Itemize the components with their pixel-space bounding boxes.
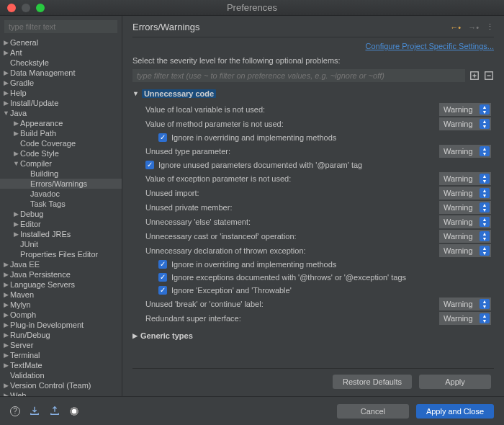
checkbox-label: Ignore unused parameters documented with… bbox=[158, 161, 362, 169]
settings-filter-input[interactable] bbox=[132, 69, 465, 82]
content-area: Errors/Warnings ←• →• ⋮ Configure Projec… bbox=[122, 16, 504, 396]
sidebar-item-java-persistence[interactable]: ▶Java Persistence bbox=[0, 269, 122, 279]
sidebar-item-label: Version Control (Team) bbox=[9, 381, 91, 390]
help-icon[interactable]: ? bbox=[10, 406, 20, 416]
sidebar-item-label: Installed JREs bbox=[19, 230, 71, 238]
severity-select[interactable]: Warning▲▼ bbox=[439, 103, 491, 116]
export-icon[interactable] bbox=[49, 406, 60, 417]
severity-select[interactable]: Warning▲▼ bbox=[439, 215, 491, 228]
configure-project-link[interactable]: Configure Project Specific Settings... bbox=[132, 37, 494, 53]
sidebar-item-label: Editor bbox=[19, 220, 41, 228]
chevron-right-icon: ▶ bbox=[3, 311, 9, 318]
chevron-right-icon: ▶ bbox=[3, 39, 9, 46]
severity-select[interactable]: Warning▲▼ bbox=[439, 298, 491, 310]
sidebar-item-editor[interactable]: ▶Editor bbox=[0, 219, 122, 229]
sidebar-item-plug-in-development[interactable]: ▶Plug-in Development bbox=[0, 320, 122, 330]
intro-text: Select the severity level for the follow… bbox=[132, 53, 494, 69]
severity-select[interactable]: Warning▲▼ bbox=[439, 230, 491, 243]
checkbox[interactable]: ✓ bbox=[158, 133, 167, 142]
sidebar-item-data-management[interactable]: ▶Data Management bbox=[0, 68, 122, 78]
chevron-right-icon: ▶ bbox=[3, 321, 9, 328]
sidebar-item-label: Appearance bbox=[19, 119, 63, 128]
sidebar-item-code-coverage[interactable]: Code Coverage bbox=[0, 138, 122, 148]
checkbox[interactable]: ✓ bbox=[158, 273, 167, 282]
sidebar-item-terminal[interactable]: ▶Terminal bbox=[0, 350, 122, 360]
sidebar-item-run-debug[interactable]: ▶Run/Debug bbox=[0, 330, 122, 340]
severity-select[interactable]: Warning▲▼ bbox=[439, 172, 491, 185]
sidebar-item-debug[interactable]: ▶Debug bbox=[0, 209, 122, 219]
sidebar-item-maven[interactable]: ▶Maven bbox=[0, 290, 122, 300]
sidebar-filter-input[interactable] bbox=[4, 20, 117, 33]
sidebar-item-web[interactable]: ▶Web bbox=[0, 390, 122, 396]
sidebar-item-language-servers[interactable]: ▶Language Servers bbox=[0, 279, 122, 290]
sidebar-item-oomph[interactable]: ▶Oomph bbox=[0, 310, 122, 320]
sidebar-item-textmate[interactable]: ▶TextMate bbox=[0, 360, 122, 370]
chevron-right-icon: ▶ bbox=[13, 150, 19, 157]
sidebar-item-installed-jres[interactable]: ▶Installed JREs bbox=[0, 229, 122, 239]
checkbox-label: Ignore 'Exception' and 'Throwable' bbox=[171, 286, 292, 295]
sidebar-item-validation[interactable]: Validation bbox=[0, 370, 122, 380]
sidebar-item-errors-warnings[interactable]: Errors/Warnings bbox=[0, 179, 122, 189]
sidebar-item-ant[interactable]: ▶Ant bbox=[0, 48, 122, 58]
chevron-right-icon: ▶ bbox=[13, 220, 19, 228]
menu-icon[interactable]: ⋮ bbox=[486, 22, 494, 32]
sidebar-item-building[interactable]: Building bbox=[0, 169, 122, 179]
sidebar-item-label: Java bbox=[9, 109, 27, 117]
sidebar-item-gradle[interactable]: ▶Gradle bbox=[0, 78, 122, 88]
checkbox[interactable]: ✓ bbox=[158, 260, 167, 269]
sidebar-item-compiler[interactable]: ▼Compiler bbox=[0, 158, 122, 169]
severity-select[interactable]: Warning▲▼ bbox=[439, 201, 491, 214]
sidebar-item-java-ee[interactable]: ▶Java EE bbox=[0, 259, 122, 269]
checkbox-row: ✓Ignore in overriding and implementing m… bbox=[132, 258, 494, 271]
setting-row: Unnecessary 'else' statement:Warning▲▼ bbox=[132, 215, 494, 229]
apply-button[interactable]: Apply bbox=[419, 375, 491, 389]
forward-icon[interactable]: →• bbox=[468, 23, 479, 32]
oomph-icon[interactable] bbox=[69, 406, 79, 416]
sidebar-item-build-path[interactable]: ▶Build Path bbox=[0, 128, 122, 138]
sidebar-item-junit[interactable]: JUnit bbox=[0, 239, 122, 249]
expand-all-icon[interactable] bbox=[469, 71, 480, 81]
checkbox[interactable]: ✓ bbox=[145, 161, 154, 169]
import-icon[interactable] bbox=[29, 406, 40, 417]
collapse-all-icon[interactable] bbox=[484, 71, 494, 81]
sidebar-item-server[interactable]: ▶Server bbox=[0, 340, 122, 350]
sidebar-item-help[interactable]: ▶Help bbox=[0, 88, 122, 98]
sidebar-item-label: Code Coverage bbox=[19, 139, 76, 148]
minimize-button[interactable] bbox=[22, 4, 30, 12]
maximize-button[interactable] bbox=[36, 4, 45, 12]
cancel-button[interactable]: Cancel bbox=[337, 404, 409, 419]
stepper-icon: ▲▼ bbox=[480, 217, 490, 227]
sidebar-item-javadoc[interactable]: Javadoc bbox=[0, 189, 122, 199]
sidebar-item-version-control-team-[interactable]: ▶Version Control (Team) bbox=[0, 380, 122, 390]
sidebar-item-label: Run/Debug bbox=[9, 331, 50, 339]
section-unnecessary-code[interactable]: ▼ Unnecessary code bbox=[132, 88, 494, 102]
back-icon[interactable]: ←• bbox=[450, 23, 461, 32]
sidebar-item-task-tags[interactable]: Task Tags bbox=[0, 199, 122, 209]
sidebar-item-appearance[interactable]: ▶Appearance bbox=[0, 118, 122, 128]
severity-select[interactable]: Warning▲▼ bbox=[439, 145, 491, 158]
stepper-icon: ▲▼ bbox=[480, 231, 490, 241]
sidebar-item-general[interactable]: ▶General bbox=[0, 37, 122, 48]
severity-select[interactable]: Warning▲▼ bbox=[439, 312, 491, 325]
chevron-right-icon: ▶ bbox=[13, 231, 19, 238]
severity-select[interactable]: Warning▲▼ bbox=[439, 244, 491, 257]
sidebar-item-java[interactable]: ▼Java bbox=[0, 108, 122, 118]
close-button[interactable] bbox=[7, 4, 16, 12]
chevron-right-icon: ▶ bbox=[3, 352, 9, 359]
checkbox-row: ✓Ignore unused parameters documented wit… bbox=[132, 158, 494, 171]
sidebar-item-mylyn[interactable]: ▶Mylyn bbox=[0, 300, 122, 310]
sidebar-item-checkstyle[interactable]: Checkstyle bbox=[0, 58, 122, 68]
apply-and-close-button[interactable]: Apply and Close bbox=[416, 404, 494, 419]
chevron-down-icon: ▼ bbox=[3, 109, 9, 117]
severity-select[interactable]: Warning▲▼ bbox=[439, 117, 491, 130]
sidebar-item-label: Java EE bbox=[9, 260, 40, 269]
checkbox[interactable]: ✓ bbox=[158, 286, 167, 295]
severity-select[interactable]: Warning▲▼ bbox=[439, 187, 491, 200]
setting-row: Redundant super interface:Warning▲▼ bbox=[132, 311, 494, 326]
sidebar-item-label: Language Servers bbox=[9, 280, 75, 289]
sidebar-item-install-update[interactable]: ▶Install/Update bbox=[0, 98, 122, 108]
sidebar-item-code-style[interactable]: ▶Code Style bbox=[0, 148, 122, 158]
section-generic-types[interactable]: ▶ Generic types bbox=[132, 326, 494, 344]
restore-defaults-button[interactable]: Restore Defaults bbox=[333, 375, 412, 389]
sidebar-item-properties-files-editor[interactable]: Properties Files Editor bbox=[0, 249, 122, 259]
